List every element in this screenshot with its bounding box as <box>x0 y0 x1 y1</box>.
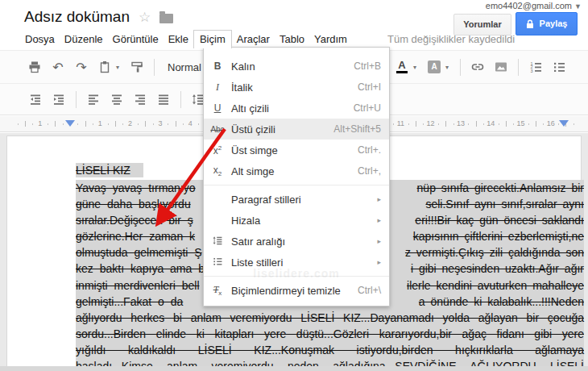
folder-icon[interactable] <box>159 14 173 23</box>
doc-text-left-fragment: güne daha başlıyordu <box>76 196 191 212</box>
toolbar-separator <box>460 59 461 76</box>
doc-text-line[interactable]: sordu...Birden elinde ki kitapları yere … <box>76 326 584 342</box>
ruler-tick <box>25 121 26 127</box>
format-menu-item-alt-izili[interactable]: UAltı çiziliCtrl+U <box>204 98 389 119</box>
doc-text-line[interactable]: ağlıyordu herkes bi anlam veremiyordu Lİ… <box>76 310 584 326</box>
menu-item-shortcut: Ctrl+U <box>354 102 381 114</box>
format-menu-item-sat-r-aral-[interactable]: Satır aralığı▸ <box>204 231 389 252</box>
italic-icon: I <box>204 81 231 94</box>
svg-text:3: 3 <box>531 69 533 73</box>
menu-item-label: Kalın <box>231 60 354 73</box>
undo-icon[interactable]: ↶ <box>49 58 67 76</box>
highlight-color-icon[interactable]: A <box>425 58 443 76</box>
line-spacing-sm-icon <box>204 235 231 248</box>
share-button[interactable]: Paylaş <box>516 12 578 35</box>
menu-item-shortcut: Ctrl+. <box>358 144 381 156</box>
outdent-icon[interactable] <box>27 90 44 108</box>
menubar-item-düzenle[interactable]: Düzenle <box>60 31 108 48</box>
ruler-tick <box>32 123 33 125</box>
format-menu-item-i-talik[interactable]: IİtalikCtrl+I <box>204 77 389 98</box>
strikethrough-icon: Abc <box>204 123 231 135</box>
redo-icon[interactable]: ↷ <box>72 58 90 76</box>
comments-button[interactable]: Yorumlar <box>453 14 511 35</box>
doc-title-line[interactable]: LİSELİ KIZ <box>76 163 143 177</box>
paint-bucket-icon[interactable] <box>96 58 114 76</box>
chevron-down-icon[interactable]: ▾ <box>445 64 452 71</box>
menu-item-shortcut: Ctrl+B <box>354 60 381 72</box>
document-title-input[interactable]: Adsız doküman <box>24 8 130 26</box>
menu-item-label: Biçimlendirmeyi temizle <box>231 285 358 297</box>
ruler-tick <box>55 121 56 127</box>
insert-image-icon[interactable] <box>492 58 510 76</box>
format-menu-dropdown: liselidere.com BKalınCtrl+BIİtalikCtrl+I… <box>203 47 390 306</box>
ruler-tick <box>483 123 484 125</box>
ruler-tick <box>77 123 78 125</box>
align-right-icon[interactable] <box>131 90 149 108</box>
doc-text-left-fragment: gözlerine.Her zaman k <box>76 228 195 244</box>
chevron-down-icon[interactable]: ▾ <box>116 64 122 71</box>
doc-text-left-fragment: gelmişti...Fakat o da <box>76 294 183 310</box>
ruler-tick <box>453 123 454 125</box>
menubar-item-tablo[interactable]: Tablo <box>275 31 309 48</box>
format-menu-item-paragraf-stilleri[interactable]: Paragraf stilleri▸ <box>204 189 389 210</box>
menubar-item-yardım[interactable]: Yardım <box>309 31 352 48</box>
ruler-tick <box>499 123 499 125</box>
ruler-tick <box>438 123 439 125</box>
text-color-icon[interactable]: A <box>393 58 411 76</box>
paint-format-icon[interactable] <box>128 58 146 76</box>
menu-item-label: Alt simge <box>231 165 358 177</box>
menu-separator <box>204 185 389 186</box>
doc-text-right-fragment: nüp sınıfa girecekti.Anlamsız bir <box>417 180 584 196</box>
indent-marker[interactable] <box>559 120 569 127</box>
chevron-down-icon[interactable]: ▾ <box>413 64 420 71</box>
menu-item-label: İtalik <box>231 81 358 94</box>
submenu-arrow-icon: ▸ <box>377 237 381 245</box>
ruler-tick <box>176 121 176 127</box>
format-menu-item-bi-imlendirmeyi-temizle[interactable]: TxBiçimlendirmeyi temizleCtrl+\ <box>204 280 389 301</box>
format-menu-item-alt-simge[interactable]: x2Alt simgeCtrl+, <box>204 160 389 181</box>
indent-marker[interactable] <box>65 120 75 127</box>
printer-icon[interactable] <box>26 58 43 76</box>
account-menu[interactable]: emo4402@gmail.com ▼ <box>486 1 582 10</box>
menubar-item-dosya[interactable]: Dosya <box>20 31 60 48</box>
menu-item-label: Satır aralığı <box>231 236 377 248</box>
doc-text-right-fragment: ilerle kendini avuturken mahalleye <box>407 277 584 294</box>
star-icon[interactable]: ☆ <box>139 9 151 26</box>
menubar-item-ekle[interactable]: Ekle <box>164 31 193 48</box>
bold-icon: B <box>204 60 231 72</box>
account-email: emo4402@gmail.com <box>486 1 572 10</box>
ruler-tick <box>153 123 154 125</box>
saved-status: Tüm değişiklikler kaydedildi <box>387 33 515 45</box>
menu-item-shortcut: Ctrl+\ <box>358 285 381 296</box>
format-menu-item-hizala[interactable]: Hizala▸ <box>204 210 389 231</box>
numbered-list-icon[interactable]: 123 <box>527 58 545 76</box>
toolbar-separator <box>518 59 519 76</box>
doc-text-line[interactable]: yığıldı kaldıkaldı LİSELİ KIZ...Konuşmak… <box>76 342 584 358</box>
menu-item-shortcut: Ctrl+I <box>358 81 381 93</box>
indent-icon[interactable] <box>50 90 68 108</box>
ruler-number: 4 <box>188 119 193 127</box>
ruler-number: 12 <box>427 119 435 127</box>
ruler-number: 16 <box>547 119 555 127</box>
align-center-icon[interactable] <box>108 90 126 108</box>
align-justify-icon[interactable] <box>155 90 172 108</box>
doc-text-left-fragment: inmişti merdivenleri bell <box>76 277 200 294</box>
format-menu-item-kal-n[interactable]: BKalınCtrl+B <box>204 56 389 77</box>
google-docs-window: emo4402@gmail.com ▼ Adsız doküman ☆ Yoru… <box>0 0 588 371</box>
subscript-icon: x2 <box>204 165 231 177</box>
insert-link-icon[interactable] <box>469 58 487 76</box>
format-menu-item--st-simge[interactable]: x2Üst simgeCtrl+. <box>204 140 389 160</box>
ruler-tick <box>528 123 529 125</box>
ruler-tick <box>18 123 19 125</box>
bullet-list-icon[interactable] <box>550 58 568 76</box>
menubar-item-biçim[interactable]: Biçim <box>193 30 232 48</box>
ruler-tick <box>416 121 416 127</box>
format-menu-item--st-izili[interactable]: AbcÜstü çiziliAlt+Shift+5 <box>204 119 389 140</box>
ruler-number: 14 <box>487 119 495 127</box>
ruler-tick <box>476 121 477 127</box>
superscript-icon: x2 <box>204 144 231 156</box>
doc-text-right-fragment: i gibi neşesinden uzaktı.Ağır ağır <box>411 261 584 277</box>
align-left-icon[interactable] <box>85 90 102 108</box>
menubar-item-görüntüle[interactable]: Görüntüle <box>108 31 164 48</box>
menubar-item-araçlar[interactable]: Araçlar <box>232 31 275 48</box>
